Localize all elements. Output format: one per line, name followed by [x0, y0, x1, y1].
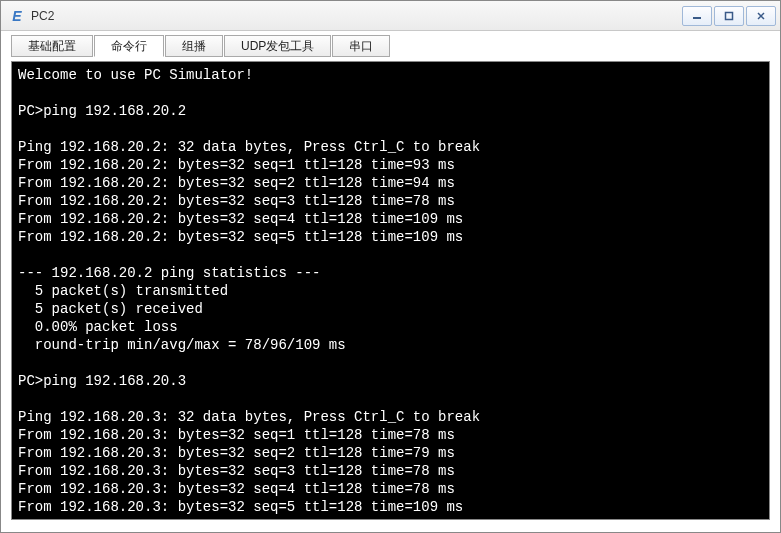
window-title: PC2	[31, 9, 680, 23]
tab-basic-config[interactable]: 基础配置	[11, 35, 93, 57]
window-controls	[680, 6, 776, 26]
minimize-button[interactable]	[682, 6, 712, 26]
app-icon: E	[9, 8, 25, 24]
svg-rect-1	[726, 12, 733, 19]
tab-multicast[interactable]: 组播	[165, 35, 223, 57]
tab-bar: 基础配置 命令行 组播 UDP发包工具 串口	[1, 31, 780, 61]
tab-command-line[interactable]: 命令行	[94, 35, 164, 57]
console-output: Welcome to use PC Simulator! PC>ping 192…	[18, 66, 763, 520]
close-button[interactable]	[746, 6, 776, 26]
titlebar: E PC2	[1, 1, 780, 31]
tab-serial[interactable]: 串口	[332, 35, 390, 57]
console-panel[interactable]: Welcome to use PC Simulator! PC>ping 192…	[11, 61, 770, 520]
tab-udp-tool[interactable]: UDP发包工具	[224, 35, 331, 57]
maximize-button[interactable]	[714, 6, 744, 26]
